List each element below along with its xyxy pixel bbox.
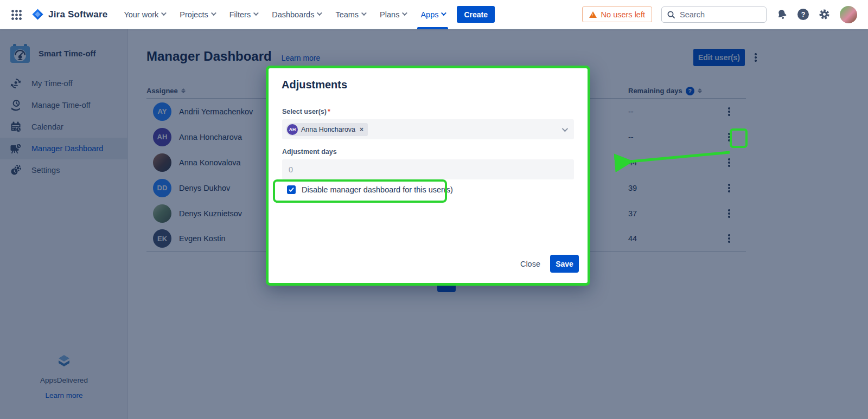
search-input[interactable] [680, 10, 756, 19]
brand-name: Jira Software [48, 9, 107, 20]
screen: Jira Software Your work Projects Filters… [0, 0, 868, 419]
settings-gear-icon[interactable] [818, 8, 831, 21]
adjustment-days-label: Adjustment days [282, 148, 337, 156]
required-asterisk: * [328, 108, 330, 115]
close-button[interactable]: Close [520, 260, 540, 268]
modal-title: Adjustments [282, 79, 347, 91]
top-navigation: Jira Software Your work Projects Filters… [0, 0, 868, 29]
chip-name: Anna Honcharova [301, 126, 355, 133]
nav-item-your-work[interactable]: Your work [124, 0, 165, 29]
chevron-down-icon [317, 10, 322, 16]
nav-item-apps[interactable]: Apps [420, 0, 445, 29]
chevron-down-icon [441, 10, 446, 16]
jira-logo[interactable]: Jira Software [31, 8, 107, 21]
chevron-down-icon [402, 10, 407, 16]
help-icon[interactable]: ? [797, 9, 809, 20]
nav-item-teams[interactable]: Teams [335, 0, 365, 29]
jira-diamond-icon [31, 8, 44, 21]
selected-user-chip: AH Anna Honcharova × [286, 123, 368, 136]
chevron-down-icon [361, 10, 367, 16]
save-button[interactable]: Save [550, 255, 579, 273]
select-chevron-down-icon[interactable] [562, 125, 568, 131]
select-users-label: Select user(s)* [282, 108, 330, 115]
notifications-bell-icon[interactable] [776, 8, 788, 21]
chevron-down-icon [253, 10, 259, 16]
chevron-down-icon [211, 10, 216, 16]
chip-remove-icon[interactable]: × [360, 126, 363, 133]
nav-item-dashboards[interactable]: Dashboards [272, 0, 321, 29]
warning-text: No users left [601, 10, 645, 19]
select-users-field[interactable]: AH Anna Honcharova × [282, 119, 574, 139]
global-search [661, 7, 767, 23]
license-warning-badge[interactable]: No users left [582, 7, 652, 22]
nav-menu: Your work Projects Filters Dashboards Te… [124, 0, 445, 29]
checkbox-label: Disable manager dashboard for this user(… [302, 185, 453, 194]
warning-icon [589, 11, 597, 18]
chevron-down-icon [161, 10, 167, 16]
search-icon [667, 10, 675, 19]
adjustment-days-input[interactable] [282, 159, 574, 179]
nav-item-plans[interactable]: Plans [380, 0, 406, 29]
create-button[interactable]: Create [457, 6, 495, 23]
nav-item-projects[interactable]: Projects [180, 0, 214, 29]
disable-dashboard-checkbox[interactable] [287, 185, 296, 194]
user-avatar[interactable] [840, 6, 857, 23]
chip-avatar: AH [287, 124, 298, 135]
adjustments-modal: Adjustments Select user(s)* AH Anna Honc… [266, 66, 590, 286]
nav-right-cluster: No users left ? [582, 6, 868, 23]
nav-item-filters[interactable]: Filters [229, 0, 257, 29]
app-switcher-icon[interactable] [11, 9, 22, 20]
